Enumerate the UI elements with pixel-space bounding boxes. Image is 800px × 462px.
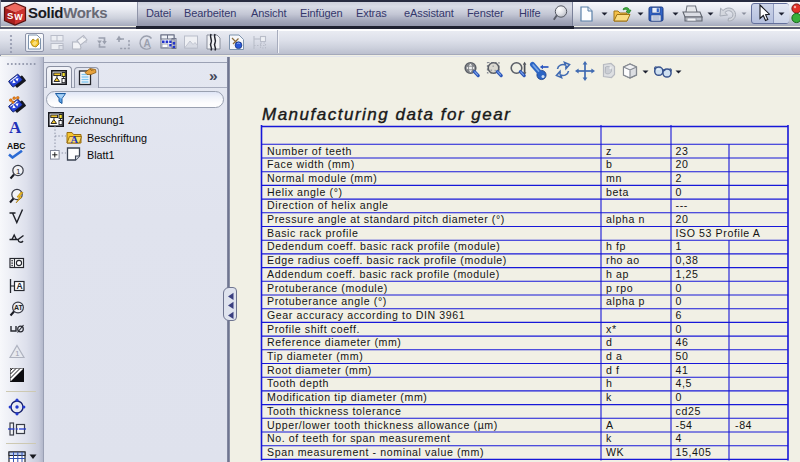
svg-text:A: A bbox=[71, 133, 79, 144]
svg-text:S: S bbox=[7, 10, 13, 21]
svg-text:A: A bbox=[144, 38, 151, 49]
svg-text:A: A bbox=[17, 281, 23, 291]
svg-text:1: 1 bbox=[16, 167, 21, 176]
svg-text:1: 1 bbox=[15, 349, 19, 358]
svg-text:W: W bbox=[14, 12, 23, 22]
svg-text:AT: AT bbox=[14, 304, 24, 311]
